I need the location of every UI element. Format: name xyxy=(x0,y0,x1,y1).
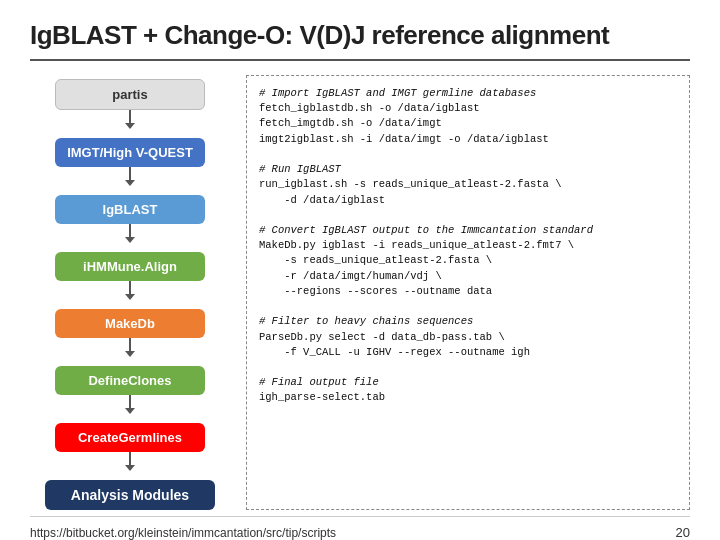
title-divider xyxy=(30,59,690,61)
arrow-4 xyxy=(129,281,131,295)
footer: https://bitbucket.org/kleinstein/immcant… xyxy=(30,516,690,540)
arrow-2 xyxy=(129,167,131,181)
pipeline-box-ihmmune: iHMMune.Align xyxy=(55,252,205,281)
arrow-6 xyxy=(129,395,131,409)
code-comment-3: # Convert IgBLAST output to the Immcanta… xyxy=(259,224,593,236)
pipeline-box-partis: partis xyxy=(55,79,205,110)
pipeline-box-igblast: IgBLAST xyxy=(55,195,205,224)
code-panel: # Import IgBLAST and IMGT germline datab… xyxy=(246,75,690,510)
content-area: partis IMGT/High V-QUEST IgBLAST iHMMune… xyxy=(30,75,690,510)
footer-page: 20 xyxy=(676,525,690,540)
arrow-1 xyxy=(129,110,131,124)
arrow-7 xyxy=(129,452,131,466)
code-comment-5: # Final output file xyxy=(259,376,379,388)
footer-link: https://bitbucket.org/kleinstein/immcant… xyxy=(30,526,336,540)
arrow-5 xyxy=(129,338,131,352)
pipeline-box-imgt: IMGT/High V-QUEST xyxy=(55,138,205,167)
pipeline-box-creategermlines: CreateGermlines xyxy=(55,423,205,452)
code-comment-2: # Run IgBLAST xyxy=(259,163,341,175)
pipeline-box-analysis: Analysis Modules xyxy=(45,480,215,510)
pipeline-box-makedb: MakeDb xyxy=(55,309,205,338)
code-block: # Import IgBLAST and IMGT germline datab… xyxy=(259,86,677,406)
pipeline-panel: partis IMGT/High V-QUEST IgBLAST iHMMune… xyxy=(30,75,230,510)
slide-title: IgBLAST + Change-O: V(D)J reference alig… xyxy=(30,20,690,51)
slide: IgBLAST + Change-O: V(D)J reference alig… xyxy=(0,0,720,540)
arrow-3 xyxy=(129,224,131,238)
code-comment-4: # Filter to heavy chains sequences xyxy=(259,315,473,327)
code-comment-1: # Import IgBLAST and IMGT germline datab… xyxy=(259,87,536,99)
pipeline-box-defineclones: DefineClones xyxy=(55,366,205,395)
